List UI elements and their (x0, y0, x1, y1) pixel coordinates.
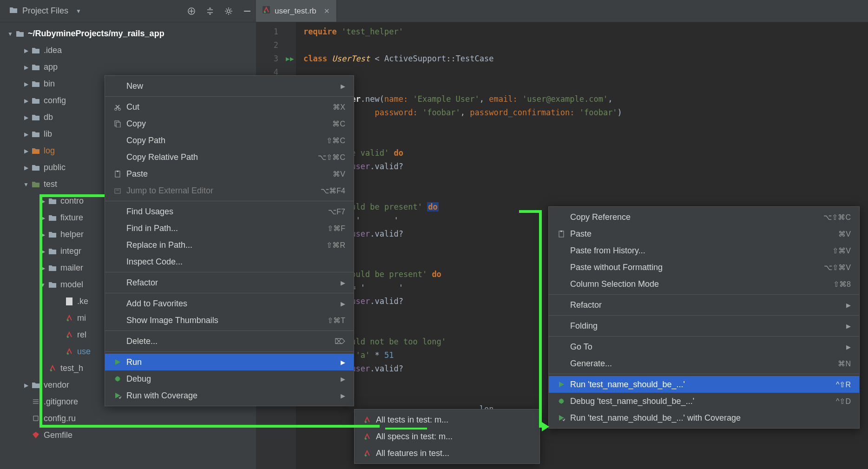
tree-item-label: bin (44, 79, 55, 89)
run-submenu[interactable]: All tests in test: m... All specs in tes… (354, 409, 540, 464)
tree-item[interactable]: Gemfile (0, 427, 256, 443)
context-menu-project[interactable]: New ▶ Cut ⌘X Copy ⌘C Copy Path ⇧⌘C Copy … (105, 75, 354, 406)
file-icon (64, 331, 74, 338)
menu-item[interactable]: Find in Path... ⇧⌘F (105, 220, 354, 237)
folder-icon (9, 7, 18, 16)
menu-item[interactable]: Refactor ▶ (105, 274, 354, 291)
tree-item-label: test (44, 179, 57, 189)
menu-item-shortcut: ^⇧D (836, 397, 851, 406)
menu-item-label: Find Usages (126, 207, 314, 217)
tree-item-label: db (44, 112, 53, 122)
context-menu-editor[interactable]: Copy Reference ⌥⇧⌘C Paste ⌘V Paste from … (548, 206, 860, 429)
menu-item[interactable]: Folding ▶ (549, 317, 859, 334)
menu-item[interactable]: Copy Path ⇧⌘C (105, 132, 354, 149)
menu-item-label: Copy Relative Path (126, 152, 304, 162)
chevron-right-icon: ▶ (341, 279, 345, 286)
menu-item-label: Go To (570, 342, 837, 352)
tree-item[interactable]: app (0, 59, 256, 75)
chevron-right-icon: ▶ (341, 392, 345, 399)
menu-item[interactable]: Paste ⌘V (105, 165, 354, 182)
svg-rect-13 (32, 415, 39, 422)
svg-point-11 (50, 370, 52, 371)
menu-item[interactable]: Run 'test_name_should_be_...' with Cover… (549, 410, 859, 426)
menu-item[interactable]: Find Usages ⌥F7 (105, 203, 354, 220)
tree-root-label: ~/RubymineProjects/my_rails_app (28, 29, 164, 39)
file-icon (47, 364, 58, 372)
menu-item[interactable]: Show Image Thumbnails ⇧⌘T (105, 312, 354, 329)
menu-item-label: Folding (570, 321, 837, 331)
svg-point-1 (227, 10, 230, 13)
menu-item[interactable]: All tests in test: m... (355, 411, 539, 428)
menu-item[interactable]: All specs in test: m... (355, 428, 539, 445)
menu-item[interactable]: Debug ▶ (105, 370, 354, 387)
menu-item[interactable]: Run 'test_name_should_be_...' ^⇧R (549, 376, 859, 393)
tree-item-label: .idea (44, 46, 62, 55)
gear-icon[interactable] (224, 7, 233, 15)
tree-item-label: config.ru (44, 414, 76, 423)
menu-item[interactable]: Replace in Path... ⇧⌘R (105, 237, 354, 253)
menu-item[interactable]: Generate... ⌘N (549, 355, 859, 372)
debug-icon (112, 375, 124, 383)
close-icon[interactable]: ✕ (324, 7, 330, 15)
tree-item-label: mailer (60, 263, 83, 273)
tree-item-label: log (44, 146, 55, 156)
svg-point-30 (365, 455, 367, 456)
menu-item[interactable]: Run with Coverage ▶ (105, 387, 354, 404)
menu-item[interactable]: All features in test... (355, 445, 539, 462)
chevron-right-icon: ▶ (846, 302, 851, 309)
menu-item[interactable]: Paste from History... ⇧⌘V (549, 242, 859, 259)
scroll-from-source-icon[interactable] (187, 7, 196, 15)
tree-item-label: config (44, 96, 66, 106)
svg-point-9 (67, 353, 69, 355)
tree-item[interactable]: .idea (0, 42, 256, 59)
minimize-icon[interactable] (243, 7, 251, 15)
folder-icon (31, 47, 41, 54)
svg-rect-32 (560, 231, 562, 232)
menu-item[interactable]: Copy ⌘C (105, 115, 354, 132)
tree-item-label: rel (77, 330, 86, 340)
menu-item[interactable]: Inspect Code... (105, 253, 354, 270)
menu-item-label: Paste (570, 229, 824, 239)
editor-tab-user-test[interactable]: user_test.rb ✕ (256, 0, 337, 22)
menu-item[interactable]: Paste without Formatting ⌥⇧⌘V (549, 259, 859, 276)
tree-item-label: public (44, 163, 66, 172)
menu-item-label: Copy Path (126, 136, 312, 145)
dropdown-icon: ▼ (76, 8, 81, 14)
tree-item-label: lib (44, 129, 52, 139)
tree-item[interactable]: config.ru (0, 410, 256, 427)
menu-item[interactable]: Run ▶ (105, 354, 354, 370)
menu-item-label: Refactor (126, 278, 331, 288)
menu-item-label: Show Image Thumbnails (126, 316, 313, 325)
menu-item-label: Jump to External Editor (126, 186, 307, 196)
menu-item[interactable]: Delete... ⌦ (105, 333, 354, 350)
menu-item[interactable]: Add to Favorites ▶ (105, 295, 354, 312)
menu-item[interactable]: Copy Reference ⌥⇧⌘C (549, 209, 859, 225)
menu-item-label: Copy Reference (570, 212, 809, 222)
menu-item-shortcut: ⇧⌘T (327, 316, 345, 325)
tree-item-label: app (44, 62, 58, 72)
menu-item-label: Run (126, 357, 331, 367)
menu-item[interactable]: Refactor ▶ (549, 297, 859, 313)
menu-item-shortcut: ⇧⌘V (832, 246, 851, 255)
run-icon (112, 358, 124, 366)
annotation-line (39, 194, 105, 197)
menu-item[interactable]: Paste ⌘V (549, 225, 859, 242)
tree-root[interactable]: ~/RubymineProjects/my_rails_app (0, 25, 256, 42)
menu-item[interactable]: Debug 'test_name_should_be_...' ^⇧D (549, 393, 859, 410)
tree-item-label: test_h (60, 363, 83, 373)
tree-item-label: .ke (77, 297, 88, 306)
menu-item-label: Run 'test_name_should_be_...' with Cover… (570, 413, 851, 423)
editor-tab-bar: user_test.rb ✕ (256, 0, 868, 22)
folder-icon (47, 214, 58, 221)
collapse-all-icon[interactable] (206, 7, 214, 15)
editor-tab-label: user_test.rb (275, 7, 316, 16)
project-header-toolbar (187, 7, 251, 15)
menu-item-shortcut: ⌘V (333, 170, 345, 178)
menu-item[interactable]: New ▶ (105, 78, 354, 94)
menu-item[interactable]: Copy Relative Path ⌥⇧⌘C (105, 149, 354, 165)
menu-item[interactable]: Column Selection Mode ⇧⌘8 (549, 276, 859, 292)
menu-item[interactable]: Go To ▶ (549, 338, 859, 355)
project-header-left[interactable]: Project Files ▼ (9, 6, 81, 16)
menu-item-shortcut: ⌥⇧⌘C (823, 213, 851, 222)
menu-item[interactable]: Cut ⌘X (105, 99, 354, 115)
